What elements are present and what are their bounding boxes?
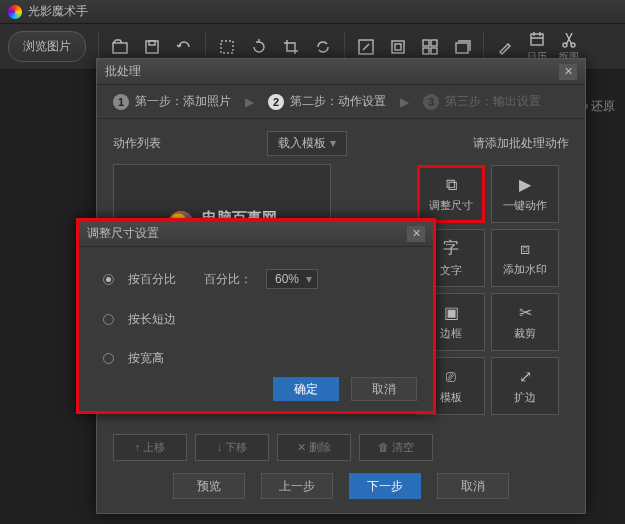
step-3: 3第三步：输出设置 <box>423 93 541 110</box>
tool-batch[interactable] <box>447 38 477 56</box>
divider <box>483 32 484 62</box>
chevron-right-icon: ▶ <box>400 95 409 109</box>
resize-titlebar: 调整尺寸设置 ✕ <box>79 221 433 247</box>
tool-open[interactable] <box>105 38 135 56</box>
batch-title: 批处理 <box>105 63 141 80</box>
radio-percent-label: 按百分比 <box>128 271 176 288</box>
browse-button[interactable]: 浏览图片 <box>8 31 86 62</box>
radio-width[interactable] <box>103 353 114 364</box>
resize-footer: 确定 取消 <box>273 377 417 401</box>
divider <box>205 32 206 62</box>
expand-icon: ⤢ <box>519 367 532 386</box>
tool-save[interactable] <box>137 38 167 56</box>
divider <box>98 32 99 62</box>
app-logo-icon <box>8 5 22 19</box>
app-title: 光影魔术手 <box>28 3 88 20</box>
svg-rect-3 <box>221 41 233 53</box>
action-watermark[interactable]: ⧈添加水印 <box>491 229 559 287</box>
svg-rect-5 <box>392 41 404 53</box>
step-2[interactable]: 2第二步：动作设置 <box>268 93 386 110</box>
resize-dialog: 调整尺寸设置 ✕ 按百分比 百分比： 60% 按长短边 按宽高 确定 取消 <box>76 218 436 414</box>
ok-button[interactable]: 确定 <box>273 377 339 401</box>
svg-rect-0 <box>113 43 127 53</box>
move-up-button[interactable]: ↑ 上移 <box>113 434 187 461</box>
template-icon: ⎚ <box>446 368 456 386</box>
svg-rect-10 <box>431 48 437 54</box>
action-list-label: 动作列表 <box>113 135 161 152</box>
load-template-button[interactable]: 载入模板 <box>267 131 346 156</box>
resize-title: 调整尺寸设置 <box>87 225 159 242</box>
crop-icon: ✂ <box>519 303 532 322</box>
svg-rect-1 <box>146 41 158 53</box>
prev-button[interactable]: 上一步 <box>261 473 333 499</box>
resize-icon: ⧉ <box>446 176 457 194</box>
svg-rect-9 <box>423 48 429 54</box>
step-1[interactable]: 1第一步：添加照片 <box>113 93 231 110</box>
tool-frame[interactable] <box>383 38 413 56</box>
radio-longest-label: 按长短边 <box>128 311 176 328</box>
radio-width-label: 按宽高 <box>128 350 164 367</box>
text-icon: 字 <box>443 238 459 259</box>
action-expand[interactable]: ⤢扩边 <box>491 357 559 415</box>
percent-select[interactable]: 60% <box>266 269 318 289</box>
titlebar: 光影魔术手 <box>0 0 625 24</box>
svg-rect-12 <box>531 34 543 45</box>
preview-button[interactable]: 预览 <box>173 473 245 499</box>
close-icon[interactable]: ✕ <box>559 64 577 80</box>
cancel-button[interactable]: 取消 <box>437 473 509 499</box>
step-bar: 1第一步：添加照片 ▶ 2第二步：动作设置 ▶ 3第三步：输出设置 <box>97 85 585 119</box>
watermark-icon: ⧈ <box>520 240 530 258</box>
batch-footer: 预览 上一步 下一步 取消 <box>97 473 585 499</box>
action-onekey[interactable]: ▶一键动作 <box>491 165 559 223</box>
tool-refresh[interactable] <box>308 38 338 56</box>
tool-rotate[interactable] <box>244 38 274 56</box>
action-crop[interactable]: ✂裁剪 <box>491 293 559 351</box>
action-grid: ⧉调整尺寸 ▶一键动作 字文字 ⧈添加水印 ▣边框 ✂裁剪 ⎚模板 ⤢扩边 <box>417 165 569 421</box>
radio-longest[interactable] <box>103 314 114 325</box>
play-icon: ▶ <box>519 175 531 194</box>
svg-point-13 <box>563 43 567 47</box>
action-prompt: 请添加批处理动作 <box>473 135 569 152</box>
tool-undo[interactable] <box>169 38 199 56</box>
tool-resize[interactable] <box>351 38 381 56</box>
chevron-right-icon: ▶ <box>245 95 254 109</box>
tool-fit[interactable] <box>212 38 242 56</box>
close-icon[interactable]: ✕ <box>407 226 425 242</box>
tool-brush[interactable] <box>490 38 520 56</box>
cancel-button[interactable]: 取消 <box>351 377 417 401</box>
move-down-button[interactable]: ↓ 下移 <box>195 434 269 461</box>
percent-label: 百分比： <box>204 271 252 288</box>
svg-rect-6 <box>395 44 401 50</box>
action-resize[interactable]: ⧉调整尺寸 <box>417 165 485 223</box>
next-button[interactable]: 下一步 <box>349 473 421 499</box>
svg-point-14 <box>571 43 575 47</box>
divider <box>344 32 345 62</box>
radio-percent[interactable] <box>103 274 114 285</box>
svg-rect-7 <box>423 40 429 46</box>
svg-rect-8 <box>431 40 437 46</box>
tool-crop[interactable] <box>276 38 306 56</box>
svg-rect-11 <box>456 43 468 53</box>
delete-button[interactable]: ✕ 删除 <box>277 434 351 461</box>
batch-titlebar: 批处理 ✕ <box>97 59 585 85</box>
svg-rect-2 <box>149 41 155 45</box>
border-icon: ▣ <box>444 303 459 322</box>
clear-button[interactable]: 🗑 清空 <box>359 434 433 461</box>
tool-collage[interactable] <box>415 38 445 56</box>
